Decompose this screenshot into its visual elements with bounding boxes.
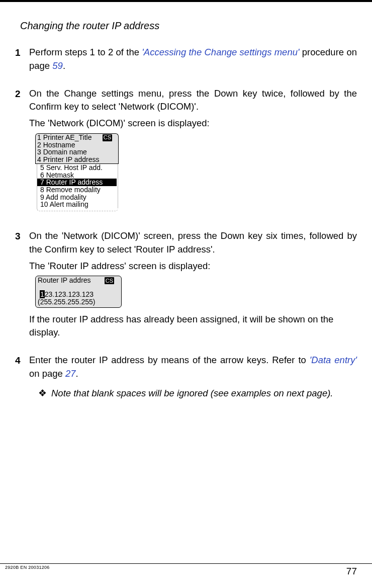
lcd-row-hidden: 10 Alert mailing — [37, 201, 118, 208]
lcd-row: 3 Domain name — [35, 148, 119, 156]
lcd-title: Router IP addres — [38, 276, 91, 284]
lcd-row-selected: 7 Router IP address — [37, 179, 118, 186]
step-number: 4 — [15, 354, 29, 400]
lcd-row: 2 Hostname — [35, 141, 119, 149]
page: Changing the router IP address 1 Perform… — [0, 0, 372, 588]
lcd-dashed-edge — [37, 208, 118, 211]
text: on page — [29, 368, 65, 379]
lcd-row: (255.255.255.255) — [38, 298, 119, 306]
step-number: 1 — [15, 46, 29, 76]
step-4: 4 Enter the router IP address by means o… — [15, 354, 357, 400]
footer: 2920B EN 20031206 77 — [0, 563, 372, 577]
text: On the Change settings menu, press the D… — [29, 87, 357, 114]
note: ❖ Note that blank spaces will be ignored… — [38, 387, 357, 400]
text: The 'Network (DICOM)' screen is displaye… — [29, 117, 357, 130]
step-body: Perform steps 1 to 2 of the 'Accessing t… — [29, 46, 357, 76]
lcd-text: 1 Printer AE_Title — [37, 133, 91, 141]
lcd-cursor: 1 — [40, 290, 45, 298]
document-id: 2920B EN 20031206 — [5, 564, 50, 570]
content-area: Changing the router IP address 1 Perform… — [0, 2, 372, 400]
text: The 'Router IP address' screen is displa… — [29, 260, 357, 273]
text: . — [63, 60, 65, 71]
lcd-screen-network: 1 Printer AE_Title CS 2 Hostname 3 Domai… — [35, 133, 119, 211]
cs-badge: CS — [103, 134, 112, 141]
lcd-ip-value: 23.123.123.123 — [45, 290, 94, 298]
text: On the 'Network (DICOM)' screen, press t… — [29, 229, 357, 257]
page-ref-link[interactable]: 59 — [52, 60, 63, 71]
xref-link[interactable]: 'Accessing the Change settings menu' — [142, 47, 299, 57]
step-body: On the Change settings menu, press the D… — [29, 87, 357, 218]
lcd-row-hidden: 5 Serv. Host IP add. — [37, 164, 118, 172]
step-1: 1 Perform steps 1 to 2 of the 'Accessing… — [15, 46, 357, 76]
lcd-row-hidden: 9 Add modality — [37, 194, 118, 201]
text: Enter the router IP address by means of … — [29, 355, 310, 365]
text: . — [76, 368, 78, 379]
cs-badge: CS — [105, 277, 114, 284]
lcd-row: Router IP addres CS — [38, 277, 119, 284]
note-text: Note that blank spaces will be ignored (… — [51, 387, 333, 400]
text: Perform steps 1 to 2 of the — [29, 47, 142, 57]
step-number: 2 — [15, 87, 29, 218]
lcd-screen-router-ip: Router IP addres CS 123.123.123.123 (255… — [35, 276, 122, 307]
section-heading: Changing the router IP address — [20, 20, 357, 32]
lcd-row-hidden: 8 Remove modality — [37, 186, 118, 194]
page-ref-link[interactable]: 27 — [65, 368, 76, 379]
page-number: 77 — [346, 564, 357, 577]
lcd-row: 1 Printer AE_Title CS — [35, 133, 119, 141]
step-number: 3 — [15, 229, 29, 343]
lcd-selected-text: 7 Router IP address — [37, 179, 117, 186]
lcd-row: 123.123.123.123 — [38, 291, 119, 298]
step-2: 2 On the Change settings menu, press the… — [15, 87, 357, 218]
lcd-row-hidden: 6 Netmask — [37, 172, 118, 179]
lcd-row: 4 Printer IP address — [35, 156, 119, 164]
xref-link[interactable]: 'Data entry' — [310, 355, 357, 365]
text: If the router IP address has already bee… — [29, 313, 357, 340]
step-body: Enter the router IP address by means of … — [29, 354, 357, 400]
diamond-bullet-icon: ❖ — [38, 387, 51, 400]
step-body: On the 'Network (DICOM)' screen, press t… — [29, 229, 357, 343]
step-3: 3 On the 'Network (DICOM)' screen, press… — [15, 229, 357, 343]
